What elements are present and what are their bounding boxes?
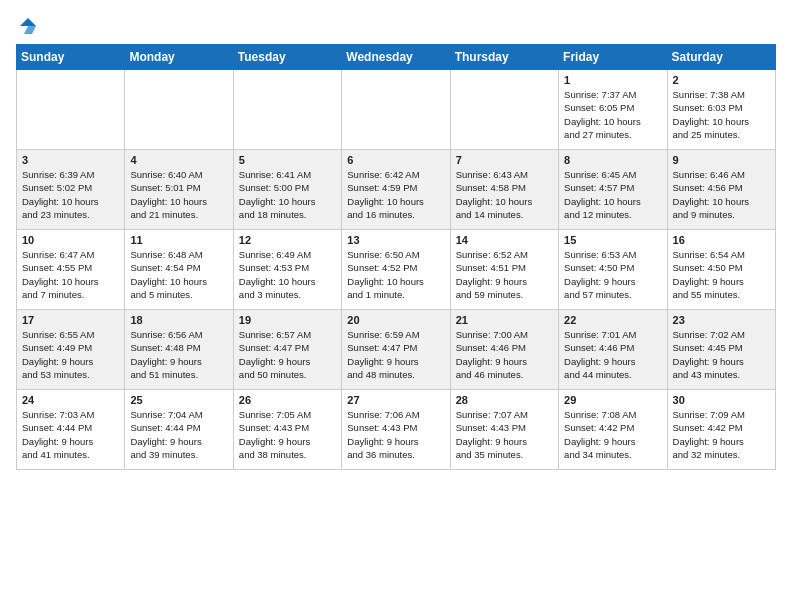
day-number: 26 — [239, 394, 336, 406]
day-info: Sunrise: 7:06 AM Sunset: 4:43 PM Dayligh… — [347, 408, 444, 461]
day-of-week-header: Wednesday — [342, 45, 450, 70]
day-number: 16 — [673, 234, 770, 246]
day-info: Sunrise: 7:01 AM Sunset: 4:46 PM Dayligh… — [564, 328, 661, 381]
calendar-day-cell: 6Sunrise: 6:42 AM Sunset: 4:59 PM Daylig… — [342, 150, 450, 230]
day-info: Sunrise: 6:50 AM Sunset: 4:52 PM Dayligh… — [347, 248, 444, 301]
calendar-day-cell: 14Sunrise: 6:52 AM Sunset: 4:51 PM Dayli… — [450, 230, 558, 310]
day-number: 9 — [673, 154, 770, 166]
day-info: Sunrise: 7:37 AM Sunset: 6:05 PM Dayligh… — [564, 88, 661, 141]
day-number: 20 — [347, 314, 444, 326]
day-info: Sunrise: 6:49 AM Sunset: 4:53 PM Dayligh… — [239, 248, 336, 301]
calendar-header-row: SundayMondayTuesdayWednesdayThursdayFrid… — [17, 45, 776, 70]
day-number: 7 — [456, 154, 553, 166]
calendar-day-cell: 19Sunrise: 6:57 AM Sunset: 4:47 PM Dayli… — [233, 310, 341, 390]
day-number: 1 — [564, 74, 661, 86]
calendar-day-cell: 8Sunrise: 6:45 AM Sunset: 4:57 PM Daylig… — [559, 150, 667, 230]
day-info: Sunrise: 6:59 AM Sunset: 4:47 PM Dayligh… — [347, 328, 444, 381]
day-number: 10 — [22, 234, 119, 246]
calendar-day-cell: 3Sunrise: 6:39 AM Sunset: 5:02 PM Daylig… — [17, 150, 125, 230]
calendar-day-cell: 29Sunrise: 7:08 AM Sunset: 4:42 PM Dayli… — [559, 390, 667, 470]
day-number: 3 — [22, 154, 119, 166]
day-of-week-header: Friday — [559, 45, 667, 70]
day-number: 4 — [130, 154, 227, 166]
calendar-day-cell: 1Sunrise: 7:37 AM Sunset: 6:05 PM Daylig… — [559, 70, 667, 150]
day-of-week-header: Thursday — [450, 45, 558, 70]
calendar-week-row: 3Sunrise: 6:39 AM Sunset: 5:02 PM Daylig… — [17, 150, 776, 230]
day-of-week-header: Monday — [125, 45, 233, 70]
day-number: 17 — [22, 314, 119, 326]
day-number: 5 — [239, 154, 336, 166]
day-number: 30 — [673, 394, 770, 406]
day-info: Sunrise: 6:48 AM Sunset: 4:54 PM Dayligh… — [130, 248, 227, 301]
day-info: Sunrise: 7:05 AM Sunset: 4:43 PM Dayligh… — [239, 408, 336, 461]
day-number: 15 — [564, 234, 661, 246]
calendar-day-cell — [233, 70, 341, 150]
calendar-day-cell: 25Sunrise: 7:04 AM Sunset: 4:44 PM Dayli… — [125, 390, 233, 470]
day-number: 22 — [564, 314, 661, 326]
day-info: Sunrise: 6:56 AM Sunset: 4:48 PM Dayligh… — [130, 328, 227, 381]
day-of-week-header: Tuesday — [233, 45, 341, 70]
calendar-day-cell: 10Sunrise: 6:47 AM Sunset: 4:55 PM Dayli… — [17, 230, 125, 310]
day-info: Sunrise: 7:07 AM Sunset: 4:43 PM Dayligh… — [456, 408, 553, 461]
day-number: 21 — [456, 314, 553, 326]
day-number: 12 — [239, 234, 336, 246]
day-number: 18 — [130, 314, 227, 326]
calendar-week-row: 1Sunrise: 7:37 AM Sunset: 6:05 PM Daylig… — [17, 70, 776, 150]
calendar-week-row: 24Sunrise: 7:03 AM Sunset: 4:44 PM Dayli… — [17, 390, 776, 470]
day-info: Sunrise: 6:43 AM Sunset: 4:58 PM Dayligh… — [456, 168, 553, 221]
calendar-day-cell: 24Sunrise: 7:03 AM Sunset: 4:44 PM Dayli… — [17, 390, 125, 470]
day-number: 2 — [673, 74, 770, 86]
calendar-day-cell: 26Sunrise: 7:05 AM Sunset: 4:43 PM Dayli… — [233, 390, 341, 470]
day-info: Sunrise: 6:53 AM Sunset: 4:50 PM Dayligh… — [564, 248, 661, 301]
calendar-day-cell: 2Sunrise: 7:38 AM Sunset: 6:03 PM Daylig… — [667, 70, 775, 150]
day-number: 27 — [347, 394, 444, 406]
calendar-day-cell: 17Sunrise: 6:55 AM Sunset: 4:49 PM Dayli… — [17, 310, 125, 390]
day-number: 29 — [564, 394, 661, 406]
calendar-day-cell: 4Sunrise: 6:40 AM Sunset: 5:01 PM Daylig… — [125, 150, 233, 230]
day-of-week-header: Saturday — [667, 45, 775, 70]
calendar-day-cell: 21Sunrise: 7:00 AM Sunset: 4:46 PM Dayli… — [450, 310, 558, 390]
calendar-day-cell: 20Sunrise: 6:59 AM Sunset: 4:47 PM Dayli… — [342, 310, 450, 390]
day-info: Sunrise: 6:42 AM Sunset: 4:59 PM Dayligh… — [347, 168, 444, 221]
calendar-day-cell: 7Sunrise: 6:43 AM Sunset: 4:58 PM Daylig… — [450, 150, 558, 230]
day-info: Sunrise: 6:39 AM Sunset: 5:02 PM Dayligh… — [22, 168, 119, 221]
day-info: Sunrise: 7:04 AM Sunset: 4:44 PM Dayligh… — [130, 408, 227, 461]
calendar-day-cell — [450, 70, 558, 150]
calendar-day-cell — [342, 70, 450, 150]
calendar-day-cell: 23Sunrise: 7:02 AM Sunset: 4:45 PM Dayli… — [667, 310, 775, 390]
day-number: 24 — [22, 394, 119, 406]
calendar-day-cell — [125, 70, 233, 150]
calendar-day-cell: 16Sunrise: 6:54 AM Sunset: 4:50 PM Dayli… — [667, 230, 775, 310]
day-info: Sunrise: 6:40 AM Sunset: 5:01 PM Dayligh… — [130, 168, 227, 221]
logo — [16, 16, 38, 36]
calendar-week-row: 17Sunrise: 6:55 AM Sunset: 4:49 PM Dayli… — [17, 310, 776, 390]
day-info: Sunrise: 6:46 AM Sunset: 4:56 PM Dayligh… — [673, 168, 770, 221]
calendar-day-cell: 12Sunrise: 6:49 AM Sunset: 4:53 PM Dayli… — [233, 230, 341, 310]
day-number: 6 — [347, 154, 444, 166]
day-info: Sunrise: 7:09 AM Sunset: 4:42 PM Dayligh… — [673, 408, 770, 461]
calendar-day-cell: 11Sunrise: 6:48 AM Sunset: 4:54 PM Dayli… — [125, 230, 233, 310]
day-number: 28 — [456, 394, 553, 406]
page-header — [16, 16, 776, 36]
calendar-day-cell: 22Sunrise: 7:01 AM Sunset: 4:46 PM Dayli… — [559, 310, 667, 390]
day-info: Sunrise: 6:45 AM Sunset: 4:57 PM Dayligh… — [564, 168, 661, 221]
calendar-day-cell: 9Sunrise: 6:46 AM Sunset: 4:56 PM Daylig… — [667, 150, 775, 230]
logo-icon — [18, 16, 38, 36]
day-info: Sunrise: 7:03 AM Sunset: 4:44 PM Dayligh… — [22, 408, 119, 461]
calendar-day-cell: 13Sunrise: 6:50 AM Sunset: 4:52 PM Dayli… — [342, 230, 450, 310]
day-info: Sunrise: 6:55 AM Sunset: 4:49 PM Dayligh… — [22, 328, 119, 381]
calendar-day-cell: 5Sunrise: 6:41 AM Sunset: 5:00 PM Daylig… — [233, 150, 341, 230]
calendar-day-cell: 15Sunrise: 6:53 AM Sunset: 4:50 PM Dayli… — [559, 230, 667, 310]
calendar-day-cell: 30Sunrise: 7:09 AM Sunset: 4:42 PM Dayli… — [667, 390, 775, 470]
day-info: Sunrise: 6:54 AM Sunset: 4:50 PM Dayligh… — [673, 248, 770, 301]
day-info: Sunrise: 6:57 AM Sunset: 4:47 PM Dayligh… — [239, 328, 336, 381]
calendar-day-cell: 28Sunrise: 7:07 AM Sunset: 4:43 PM Dayli… — [450, 390, 558, 470]
day-number: 25 — [130, 394, 227, 406]
day-number: 8 — [564, 154, 661, 166]
day-info: Sunrise: 7:00 AM Sunset: 4:46 PM Dayligh… — [456, 328, 553, 381]
day-number: 19 — [239, 314, 336, 326]
svg-marker-1 — [24, 26, 36, 34]
day-info: Sunrise: 7:02 AM Sunset: 4:45 PM Dayligh… — [673, 328, 770, 381]
day-number: 23 — [673, 314, 770, 326]
day-info: Sunrise: 6:52 AM Sunset: 4:51 PM Dayligh… — [456, 248, 553, 301]
